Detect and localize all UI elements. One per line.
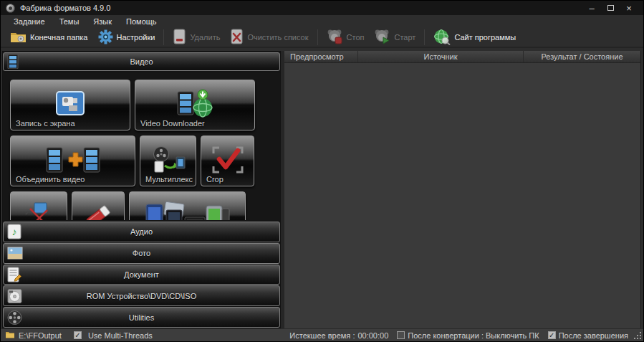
start-button[interactable]: Старт [369,28,420,47]
output-folder-small-icon [5,331,15,340]
category-photo-label: Фото [133,249,150,257]
multi-threads-checkbox[interactable]: ✓ [74,331,82,339]
crop-check-icon [212,146,244,176]
after-finish-label: После завершения [559,331,628,340]
video-tools-grid: Запись с экрана Video Downloader [3,72,280,220]
music-note-glyph: ♪ [12,226,17,237]
delete-button[interactable]: Удалить [168,28,225,47]
category-rom-device-label: ROM Устройство\DVD\CD\ISO [87,292,197,300]
resize-grip[interactable] [634,332,641,339]
task-list: Предпросмотр Источник Результат / Состоя… [284,51,641,328]
toolbar-separator [163,29,164,45]
category-video-label: Видео [130,57,153,66]
start-icon [374,29,390,46]
scissors-edit-icon [23,201,54,221]
clear-list-icon [230,29,244,46]
website-icon [433,29,451,47]
tile-label: Объединить видео [16,175,85,184]
toolbar-separator [317,29,318,45]
menu-bar: Задание Темы Язык Помощь [1,15,643,28]
settings-label: Настройки [117,33,155,42]
elapsed-time-value: 00:00:00 [357,331,388,340]
tile-label: Crop [206,175,224,184]
film-reel-icon [7,310,22,325]
gear-icon [98,29,113,46]
category-utilities[interactable]: Utilities [3,307,280,328]
category-rom-device[interactable]: ROM Устройство\DVD\CD\ISO [3,285,280,306]
photo-icon [7,247,23,260]
tile-mobile-devices[interactable] [129,191,246,220]
column-preview[interactable]: Предпросмотр [284,51,358,62]
folder-icon [10,31,27,44]
category-list: ♪ Аудио Фото До [3,222,280,328]
website-button[interactable]: Сайт программы [428,28,521,47]
delete-icon [173,29,186,46]
clear-list-label: Очистить список [247,33,308,42]
menu-help[interactable]: Помощь [119,16,164,27]
filmstrip-icon [7,54,19,69]
tile-label: Мультиплекс [145,175,193,184]
category-utilities-label: Utilities [129,313,154,322]
multiplex-icon [150,146,186,177]
tile-video-editor[interactable] [10,191,67,220]
window-title: Фабрика форматов 4.9.0 [20,4,110,12]
column-result[interactable]: Результат / Состояние [524,51,640,62]
eraser-icon [82,201,115,221]
tile-join-video[interactable]: Объединить видео [10,136,135,186]
app-logo-icon [6,4,15,13]
audio-note-icon: ♪ [7,224,21,239]
minimize-button[interactable]: – [582,1,601,14]
stop-button[interactable]: Стоп [322,28,370,47]
toolbar-separator [424,29,425,45]
task-list-body[interactable] [284,63,640,328]
category-document[interactable]: Документ [3,265,280,285]
app-window: Фабрика форматов 4.9.0 – × Задание Темы … [0,0,644,342]
join-video-icon [45,145,101,178]
tile-label: Запись с экрана [16,119,75,128]
menu-task[interactable]: Задание [6,16,52,27]
video-download-icon [176,89,213,122]
screen-record-icon [53,90,87,120]
menu-language[interactable]: Язык [86,16,119,27]
rom-disc-icon [7,288,22,303]
close-button[interactable]: × [620,1,638,14]
clear-list-button[interactable]: Очистить список [225,28,313,47]
tile-label: Video Downloader [140,119,205,128]
checkbox-checked-icon: ✓ [75,331,80,339]
shutdown-after-convert-checkbox[interactable] [397,331,405,339]
multi-threads-label: Use Multi-Threads [88,331,153,340]
website-label: Сайт программы [454,33,516,42]
toolbar: Конечная папка Настройки У [1,28,643,48]
maximize-button[interactable] [601,1,620,14]
shutdown-after-convert-label: После конвертации : Выключить ПК [408,331,539,340]
tile-video-downloader[interactable]: Video Downloader [135,80,255,130]
elapsed-time-label: Истекшее время : [289,331,355,340]
task-list-header: Предпросмотр Источник Результат / Состоя… [284,51,640,63]
category-audio[interactable]: ♪ Аудио [3,222,280,242]
category-photo[interactable]: Фото [3,243,280,264]
start-label: Старт [394,33,415,42]
tile-multiplex[interactable]: Мультиплекс [140,136,196,186]
tile-crop[interactable]: Crop [201,136,254,186]
status-bar: E:\FFOutput ✓ Use Multi-Threads Истекшее… [1,328,643,341]
title-bar: Фабрика форматов 4.9.0 – × [1,1,643,15]
sidebar: Видео Запись с экрана [2,51,281,328]
tile-eraser[interactable] [72,191,125,220]
output-path[interactable]: E:\FFOutput [19,331,62,340]
stop-label: Стоп [347,33,365,42]
column-source[interactable]: Источник [358,51,524,62]
checkbox-checked-icon: ✓ [549,331,554,339]
mobile-devices-icon [145,201,231,221]
maximize-icon [607,5,614,11]
menu-themes[interactable]: Темы [52,16,87,27]
category-audio-label: Аудио [130,227,153,236]
stop-icon [327,29,343,46]
delete-label: Удалить [190,33,220,42]
settings-button[interactable]: Настройки [93,29,160,47]
category-document-label: Документ [124,270,159,279]
after-finish-checkbox[interactable]: ✓ [548,331,556,339]
document-icon [7,267,21,282]
category-video[interactable]: Видео [3,52,280,71]
tile-screen-record[interactable]: Запись с экрана [10,80,130,130]
output-folder-button[interactable]: Конечная папка [5,30,93,45]
